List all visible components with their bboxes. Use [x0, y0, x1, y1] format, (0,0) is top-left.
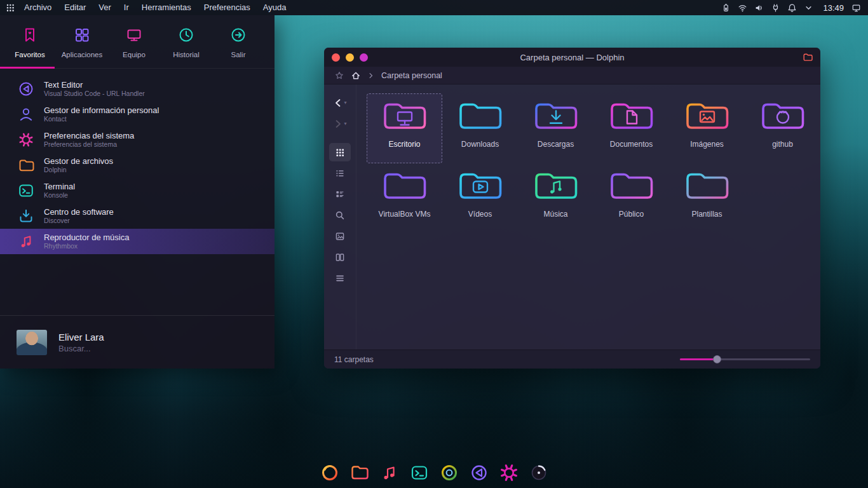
- tab-label: Aplicaciones: [62, 51, 103, 58]
- folder-descargas[interactable]: Descargas: [518, 93, 593, 163]
- app-item-gestor-de-archivos[interactable]: Gestor de archivosDolphin: [0, 152, 275, 178]
- dock-folder-icon[interactable]: [349, 462, 370, 484]
- menu-archivo[interactable]: Archivo: [18, 0, 58, 15]
- network-icon[interactable]: [737, 0, 748, 15]
- volume-icon[interactable]: [754, 0, 764, 15]
- tab-historial[interactable]: Historial: [160, 22, 212, 68]
- vscode-dock-icon[interactable]: [468, 462, 490, 484]
- folder-icon: [759, 98, 807, 138]
- chevron-down-icon[interactable]: [803, 0, 814, 15]
- titlebar-folder-icon[interactable]: [803, 52, 813, 62]
- folder-icon: [607, 98, 656, 138]
- tab-favoritos[interactable]: Favoritos: [4, 22, 56, 68]
- settings-gear-icon[interactable]: [498, 462, 520, 484]
- firefox-icon[interactable]: [319, 462, 341, 484]
- display-icon[interactable]: [849, 0, 863, 15]
- folder-icon: [381, 98, 429, 138]
- app-item-preferencias-del-sistema[interactable]: Preferencias del sistemaPreferencias del…: [0, 127, 275, 152]
- folder-virtualbox-vms[interactable]: VirtualBox VMs: [367, 163, 442, 233]
- folder-github[interactable]: github: [745, 93, 820, 163]
- app-title: Reproductor de música: [44, 233, 129, 243]
- zoom-handle[interactable]: [713, 355, 721, 363]
- menu-ver[interactable]: Ver: [92, 0, 118, 15]
- titlebar[interactable]: Carpeta personal — Dolphin: [324, 48, 820, 67]
- folder-escritorio[interactable]: Escritorio: [367, 93, 442, 163]
- zoom-fill: [680, 358, 717, 360]
- tab-aplicaciones[interactable]: Aplicaciones: [56, 22, 108, 68]
- dropdown-caret-icon: ▾: [344, 100, 346, 105]
- home-icon[interactable]: [351, 71, 361, 81]
- folder-icon: [532, 168, 580, 208]
- leave-icon: [230, 27, 247, 46]
- menu-editar[interactable]: Editar: [58, 0, 92, 15]
- app-subtitle: Rhythmbox: [44, 242, 129, 250]
- rhythmbox-icon[interactable]: [379, 462, 400, 484]
- chrome-icon[interactable]: [438, 462, 460, 484]
- latte-icon[interactable]: [528, 462, 550, 484]
- tab-salir[interactable]: Salir: [212, 22, 264, 68]
- plug-icon[interactable]: [770, 0, 781, 15]
- app-title: Gestor de archivos: [44, 156, 113, 166]
- back-button[interactable]: ▾: [328, 92, 352, 113]
- window-title: Carpeta personal — Dolphin: [324, 53, 820, 62]
- location-bar: Carpeta personal: [324, 67, 820, 85]
- app-item-centro-de-software[interactable]: Centro de softwareDiscover: [0, 203, 275, 229]
- zoom-slider[interactable]: [680, 355, 810, 364]
- compact-view-button[interactable]: [328, 163, 352, 184]
- search-input[interactable]: [58, 344, 236, 353]
- folder-icon: [381, 168, 429, 208]
- star-icon[interactable]: [334, 71, 344, 81]
- folder-label: github: [772, 140, 793, 149]
- bell-icon[interactable]: [787, 0, 797, 15]
- app-title: Preferencias del sistema: [44, 131, 134, 141]
- search-button[interactable]: [328, 205, 352, 226]
- top-panel: ArchivoEditarVerIrHerramientasPreferenci…: [0, 0, 868, 15]
- battery-icon[interactable]: [721, 0, 731, 15]
- close-button[interactable]: [332, 53, 340, 62]
- menu-ayuda[interactable]: Ayuda: [257, 0, 293, 15]
- folder-icon: [18, 157, 34, 173]
- folder-imagenes[interactable]: Imágenes: [669, 93, 745, 163]
- tool-sidebar: ▾▾: [324, 85, 356, 349]
- app-item-terminal[interactable]: TerminalKonsole: [0, 178, 275, 203]
- avatar: [17, 330, 47, 355]
- clock[interactable]: 13:49: [818, 3, 849, 13]
- menu-preferencias[interactable]: Preferencias: [198, 0, 257, 15]
- bookmark-icon: [22, 27, 38, 46]
- menu-herramientas[interactable]: Herramientas: [135, 0, 198, 15]
- vscode-icon: [18, 81, 34, 97]
- konsole-icon[interactable]: [409, 462, 430, 484]
- app-item-text-editor[interactable]: Text EditorVisual Studio Code - URL Hand…: [0, 76, 275, 102]
- folder-label: Imágenes: [690, 140, 724, 149]
- folder-icon: [456, 98, 505, 138]
- computer-icon: [126, 27, 142, 46]
- forward-button[interactable]: ▾: [328, 113, 352, 134]
- discover-icon: [18, 208, 34, 224]
- folder-musica[interactable]: Música: [518, 163, 593, 233]
- breadcrumb[interactable]: Carpeta personal: [381, 71, 442, 80]
- app-launcher: FavoritosAplicacionesEquipoHistorialSali…: [0, 15, 275, 369]
- launcher-footer: Eliver Lara: [0, 315, 275, 369]
- menu-ir[interactable]: Ir: [118, 0, 135, 15]
- folder-icon: [683, 168, 731, 208]
- preview-button[interactable]: [328, 226, 352, 247]
- app-item-gestor-de-informacion-personal[interactable]: Gestor de información personalKontact: [0, 102, 275, 127]
- maximize-button[interactable]: [360, 53, 368, 62]
- details-view-button[interactable]: [328, 184, 352, 205]
- folder-plantillas[interactable]: Plantillas: [669, 163, 745, 233]
- tab-equipo[interactable]: Equipo: [108, 22, 160, 68]
- folder-label: Música: [543, 210, 567, 219]
- folder-documentos[interactable]: Documentos: [593, 93, 669, 163]
- icons-view-button[interactable]: [329, 143, 351, 161]
- statusbar: 11 carpetas: [324, 349, 820, 369]
- folder-downloads[interactable]: Downloads: [442, 93, 518, 163]
- app-item-reproductor-de-musica[interactable]: Reproductor de músicaRhythmbox: [0, 229, 275, 254]
- folder-publico[interactable]: Público: [593, 163, 669, 233]
- status-text: 11 carpetas: [334, 355, 374, 364]
- minimize-button[interactable]: [346, 53, 354, 62]
- menu-button[interactable]: [328, 268, 352, 288]
- split-view-button[interactable]: [328, 247, 352, 268]
- folder-videos[interactable]: Vídeos: [442, 163, 518, 233]
- app-grid-icon[interactable]: [3, 0, 18, 15]
- dock: [0, 459, 868, 486]
